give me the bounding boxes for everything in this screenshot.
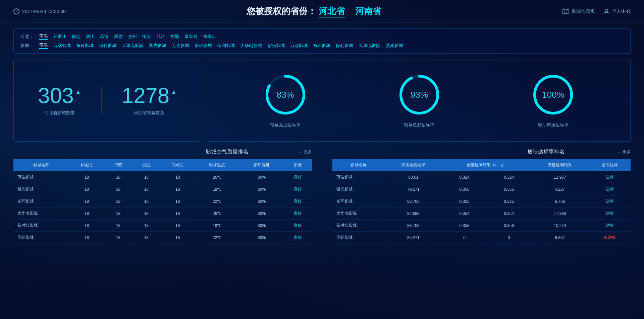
cinema-item-5[interactable]: 紫光影城 <box>149 43 166 49</box>
header-time-section: 2017-05-23 13:30:00 <box>13 8 66 14</box>
hebei-item-7[interactable]: 衡水 <box>142 34 151 40</box>
table-cell: 18 <box>69 208 104 220</box>
table-row: 大华电影院82.6880.3540.35417.333达标 <box>332 208 631 220</box>
table-cell: 0.354 <box>442 208 487 220</box>
table-cell: 达标 <box>589 171 631 183</box>
cinema-filter-row: 影城： 不限 万达影城 东环影城 保利影城 大华电影院 紫光影城 万达影城 东环… <box>20 42 624 49</box>
table-cell: 未达标 <box>589 232 631 244</box>
table-cell: 大华电影院 <box>13 208 69 220</box>
broadcast-header-row: 放映达标率排名 更多 <box>332 148 631 155</box>
hebei-item-1[interactable]: 石家庄 <box>53 34 66 40</box>
map-icon <box>562 8 570 14</box>
hebei-item-11[interactable]: 张家口 <box>203 34 216 40</box>
hebei-item-4[interactable]: 承德 <box>100 34 109 40</box>
color-percent: 93% <box>411 90 428 100</box>
table-cell: 新时代影城 <box>332 220 385 232</box>
hebei-item-6[interactable]: 沧州 <box>128 34 137 40</box>
table-cell: 26℃ <box>195 208 239 220</box>
screen-count-label: 河北省银幕数量 <box>122 110 177 116</box>
cinema-item-0[interactable]: 不限 <box>39 42 48 49</box>
brightness-circle: 83% <box>264 73 307 117</box>
table-cell: 10.274 <box>531 220 589 232</box>
cinema-item-13[interactable]: 保利影城 <box>336 43 353 49</box>
table-cell: 18 <box>104 208 132 220</box>
table-cell: 80% <box>239 195 284 208</box>
aq-col-3: CO2 <box>132 159 160 171</box>
hebei-item-5[interactable]: 廊坊 <box>114 34 123 40</box>
hebei-item-0[interactable]: 不限 <box>39 33 48 40</box>
header-title: 您被授权的省份： 河北省 河南省 <box>247 5 381 17</box>
cinema-count-arrow: ▲ <box>75 89 81 95</box>
table-row: 万达影城1818181826℃80%良好 <box>13 171 312 183</box>
cinema-filter-label: 影城： <box>20 43 34 49</box>
table-row: 大华电影院1818181826℃80%良好 <box>13 208 312 220</box>
table-cell: 东环影城 <box>332 195 385 208</box>
cinema-item-9[interactable]: 大华电影院 <box>240 43 262 49</box>
map-nav-button[interactable]: 返回地图页 <box>562 8 595 14</box>
table-cell: 18℃ <box>195 183 239 195</box>
cinema-item-8[interactable]: 保利影城 <box>217 43 235 49</box>
table-cell: 18 <box>132 220 160 232</box>
table-cell: 0.324 <box>442 171 487 183</box>
table-cell: 良好 <box>284 220 312 232</box>
broadcast-rate-table: 影城名称 声压检测结果 色度检测结果（x，y） 亮度检测结果 是否达标 万达影城… <box>332 159 631 244</box>
broadcast-more[interactable]: 更多 <box>617 149 631 155</box>
province1-label[interactable]: 河北省 <box>319 6 345 17</box>
table-row: 东环影城83.7080.3250.3256.766达标 <box>332 195 631 208</box>
table-cell: 18 <box>161 232 195 244</box>
table-cell: 80% <box>239 208 284 220</box>
table-cell: 万达影城 <box>332 171 385 183</box>
cinema-item-3[interactable]: 保利影城 <box>99 43 116 49</box>
table-cell: 国际影城 <box>13 232 69 244</box>
table-cell: 6.837 <box>531 232 589 244</box>
cinema-item-1[interactable]: 万达影城 <box>53 43 71 49</box>
cinema-item-11[interactable]: 万达影城 <box>290 43 308 49</box>
table-cell: 17.333 <box>531 208 589 220</box>
aq-col-0: 影城名称 <box>13 159 69 171</box>
table-row: 东环影城1818181822℃80%良好 <box>13 195 312 208</box>
hebei-item-3[interactable]: 唐山 <box>86 34 95 40</box>
hebei-item-8[interactable]: 邢台 <box>156 34 165 40</box>
cinema-item-7[interactable]: 东环影城 <box>195 43 212 49</box>
table-row: 新时代影城1818181818℃80%良好 <box>13 220 312 232</box>
table-cell: 18 <box>104 171 132 183</box>
cinema-item-6[interactable]: 万达影城 <box>172 43 189 49</box>
air-quality-panel: 影城空气质量排名 更多 影城名称 PM2.5 甲醛 CO2 TVOC 影厅温度 … <box>13 148 312 244</box>
hebei-filter-row: 河北： 不限 石家庄 保定 唐山 承德 廊坊 沧州 衡水 邢台 邯郸 秦皇岛 张… <box>20 33 624 40</box>
table-cell: 国际影城 <box>332 232 385 244</box>
cinema-item-4[interactable]: 大华电影院 <box>122 43 144 49</box>
table-cell: 83.708 <box>385 220 442 232</box>
cinema-item-15[interactable]: 紫光影城 <box>386 43 403 49</box>
table-cell: 达标 <box>589 195 631 208</box>
user-icon <box>603 8 610 15</box>
clock-icon <box>13 8 19 14</box>
hebei-item-10[interactable]: 秦皇岛 <box>184 34 198 40</box>
table-cell: 18 <box>132 232 160 244</box>
cinema-item-2[interactable]: 东环影城 <box>76 43 94 49</box>
table-cell: 22℃ <box>195 232 239 244</box>
table-cell: 22℃ <box>195 195 239 208</box>
aq-col-1: PM2.5 <box>69 159 104 171</box>
hebei-item-9[interactable]: 邯郸 <box>170 34 179 40</box>
table-row: 国际影城1818181822℃80%良好 <box>13 232 312 244</box>
province2-label[interactable]: 河南省 <box>355 6 381 16</box>
table-cell: 紫光影城 <box>13 183 69 195</box>
table-cell: 18 <box>132 171 160 183</box>
hebei-item-2[interactable]: 保定 <box>72 34 80 40</box>
cinema-item-14[interactable]: 大华电影院 <box>359 43 380 49</box>
table-cell: 达标 <box>589 183 631 195</box>
brightness-percent: 83% <box>277 90 294 100</box>
air-quality-more[interactable]: 更多 <box>299 149 312 155</box>
color-label: 银幕色彩达标率 <box>397 122 441 128</box>
map-nav-label: 返回地图页 <box>572 8 595 14</box>
cinema-item-10[interactable]: 紫光影城 <box>267 43 285 49</box>
table-cell: 18 <box>161 183 195 195</box>
table-cell: 0.356 <box>487 183 531 195</box>
table-cell: 达标 <box>589 220 631 232</box>
title-prefix: 您被授权的省份： <box>247 6 316 16</box>
cinema-item-12[interactable]: 东环影城 <box>313 43 330 49</box>
user-nav-button[interactable]: 个人中心 <box>603 8 631 15</box>
aq-col-4: TVOC <box>161 159 195 171</box>
table-cell: 6.766 <box>531 195 589 208</box>
table-cell: 79.271 <box>385 183 442 195</box>
